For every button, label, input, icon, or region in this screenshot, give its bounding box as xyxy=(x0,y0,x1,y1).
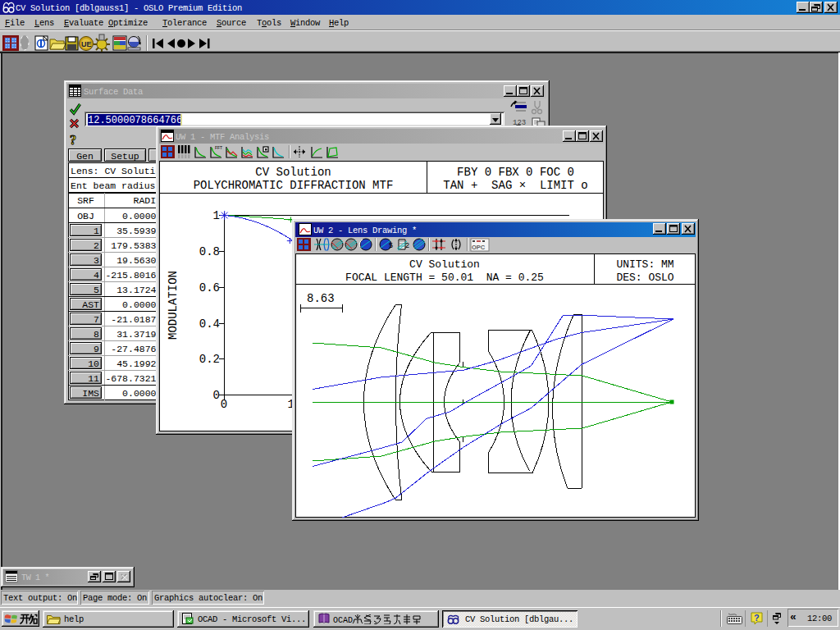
svg-text:0: 0 xyxy=(213,389,220,402)
svg-text:?: ? xyxy=(70,133,76,147)
svg-text:0.2: 0.2 xyxy=(199,353,220,366)
svg-text:UE: UE xyxy=(81,40,92,48)
svg-text:0.8: 0.8 xyxy=(199,245,220,258)
svg-text:0.6: 0.6 xyxy=(199,281,220,294)
svg-text:2: 2 xyxy=(405,241,409,249)
svg-text:OPC: OPC xyxy=(472,244,486,251)
svg-text:MODULATION: MODULATION xyxy=(167,271,180,340)
svg-text:OCAD: OCAD xyxy=(333,616,353,624)
svg-text:5: 5 xyxy=(389,241,393,249)
svg-text:1: 1 xyxy=(213,209,220,222)
svg-text:FFT: FFT xyxy=(215,145,222,150)
svg-text:0.4: 0.4 xyxy=(199,317,220,331)
svg-text:8.63: 8.63 xyxy=(307,292,335,305)
svg-text:0: 0 xyxy=(221,398,227,411)
svg-text:?: ? xyxy=(754,613,760,623)
